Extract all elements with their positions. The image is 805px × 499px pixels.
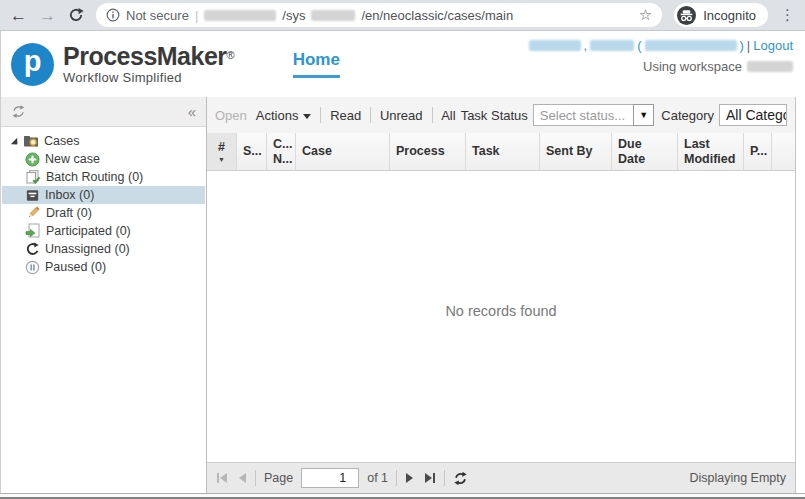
column-header-last-modified[interactable]: Last Modified: [678, 133, 744, 170]
status-dropdown-arrow-icon[interactable]: ▼: [633, 104, 654, 126]
home-active-underline: [293, 75, 340, 78]
tree-label-new-case: New case: [45, 152, 100, 166]
displaying-status: Displaying Empty: [689, 471, 786, 485]
sidebar-refresh-icon[interactable]: [11, 104, 26, 119]
last-page-button[interactable]: [423, 472, 436, 484]
page-number-input[interactable]: [301, 468, 359, 488]
tree-label-unassigned: Unassigned (0): [45, 242, 130, 256]
first-page-button[interactable]: [216, 472, 229, 484]
tree-node-new-case[interactable]: New case: [2, 150, 205, 168]
tab-home[interactable]: Home: [293, 50, 340, 78]
new-case-plus-icon: [25, 152, 40, 167]
app-header: p ProcessMaker® Workflow Simplified Home…: [0, 31, 805, 97]
folder-search-icon: [23, 133, 39, 149]
toolbar-separator: [432, 107, 433, 123]
page-green-arrow-icon: [25, 223, 41, 239]
user-paren-close: ): [740, 38, 744, 53]
actions-label: Actions: [256, 108, 299, 123]
column-header-number[interactable]: # ▼: [207, 133, 237, 170]
unread-button[interactable]: Unread: [380, 108, 423, 123]
column-label: C...N...: [273, 137, 292, 166]
category-label: Category: [661, 108, 714, 123]
sidebar-toolbar: «: [1, 97, 206, 127]
sort-arrow-icon: ▼: [218, 156, 225, 163]
grid-paging-toolbar: Page of 1: [207, 462, 795, 493]
tree-node-draft[interactable]: Draft (0): [2, 204, 205, 222]
column-header-due-date[interactable]: Due Date: [612, 133, 678, 170]
brand-tagline: Workflow Simplified: [63, 71, 235, 84]
reload-icon[interactable]: [68, 7, 84, 23]
column-label: Due Date: [618, 137, 671, 166]
url-sys-segment: /sys: [282, 8, 305, 23]
cases-main-panel: Open Actions Read Unread All Task Status…: [207, 97, 796, 493]
address-bar[interactable]: Not secure | /sys/en/neoclassic/cases/ma…: [96, 3, 662, 27]
category-value: All Categories: [726, 107, 787, 123]
tree-label-participated: Participated (0): [46, 224, 131, 238]
column-header-sent-by[interactable]: Sent By: [540, 133, 612, 170]
tree-label-batch-routing: Batch Routing (0): [46, 170, 143, 184]
toolbar-separator: [370, 107, 371, 123]
column-header-filler: [772, 133, 795, 170]
brand-block: ProcessMaker® Workflow Simplified: [63, 44, 235, 84]
column-label: Last Modified: [684, 137, 737, 166]
tree-node-cases[interactable]: Cases: [2, 132, 205, 150]
tree-expand-caret-icon[interactable]: [11, 138, 17, 144]
page-of-label: of 1: [367, 471, 388, 485]
browser-menu-icon[interactable]: ⋮: [780, 6, 795, 24]
column-header-case[interactable]: Case: [296, 133, 390, 170]
tree-node-unassigned[interactable]: Unassigned (0): [2, 240, 205, 258]
all-button[interactable]: All: [441, 108, 455, 123]
actions-menu-button[interactable]: Actions: [256, 108, 312, 123]
grid-body: No records found: [207, 171, 795, 462]
window-bottom-edge: [0, 493, 805, 499]
redacted-host: [204, 10, 276, 21]
forward-icon[interactable]: →: [39, 7, 56, 24]
logout-link[interactable]: Logout: [753, 38, 793, 53]
column-header-process[interactable]: Process: [390, 133, 466, 170]
tree-node-paused[interactable]: Paused (0): [2, 258, 205, 276]
open-button[interactable]: Open: [215, 108, 247, 123]
tree-node-batch-routing[interactable]: Batch Routing (0): [2, 168, 205, 186]
column-header-task[interactable]: Task: [466, 133, 540, 170]
processmaker-logo: p: [11, 43, 54, 86]
column-header-s[interactable]: S...: [237, 133, 267, 170]
status-select[interactable]: Select status... ▼: [533, 104, 654, 126]
grid-refresh-icon[interactable]: [453, 471, 468, 486]
category-select[interactable]: All Categories: [719, 104, 787, 126]
info-icon[interactable]: [106, 8, 120, 22]
column-header-case-number[interactable]: C...N...: [267, 133, 296, 170]
not-secure-label: Not secure: [126, 8, 189, 23]
column-label: P...: [750, 144, 767, 158]
cases-toolbar: Open Actions Read Unread All Task Status…: [207, 97, 795, 133]
inbox-box-icon: [25, 188, 40, 203]
empty-message: No records found: [207, 303, 795, 319]
page-label: Page: [264, 471, 293, 485]
logout-pipe: |: [747, 38, 750, 53]
tree-label-cases: Cases: [44, 134, 79, 148]
prev-page-button[interactable]: [237, 472, 247, 484]
column-label: Sent By: [546, 144, 593, 158]
tree-node-inbox[interactable]: Inbox (0): [2, 186, 205, 204]
column-label: Process: [396, 144, 445, 158]
url-separator: |: [195, 8, 198, 23]
cases-sidebar: « Cases: [1, 97, 207, 493]
toolbar-separator: [320, 107, 321, 123]
read-button[interactable]: Read: [330, 108, 361, 123]
sidebar-collapse-icon[interactable]: «: [188, 103, 196, 120]
tree-node-participated[interactable]: Participated (0): [2, 222, 205, 240]
bookmark-star-icon[interactable]: ☆: [639, 6, 652, 24]
footer-separator: [396, 470, 397, 486]
task-status-label: Task Status: [461, 108, 528, 123]
redacted-firstname: [590, 40, 634, 51]
back-icon[interactable]: ←: [10, 7, 27, 24]
actions-caret-icon: [303, 114, 311, 119]
registered-mark: ®: [227, 49, 235, 61]
pause-circle-icon: [25, 260, 40, 275]
next-page-button[interactable]: [405, 472, 415, 484]
incognito-icon: [677, 6, 696, 25]
status-placeholder: Select status...: [540, 108, 625, 123]
column-label: Case: [302, 144, 332, 158]
column-header-p[interactable]: P...: [744, 133, 772, 170]
workspace-label: Using workspace: [643, 59, 742, 74]
tree-label-inbox: Inbox (0): [45, 188, 94, 202]
